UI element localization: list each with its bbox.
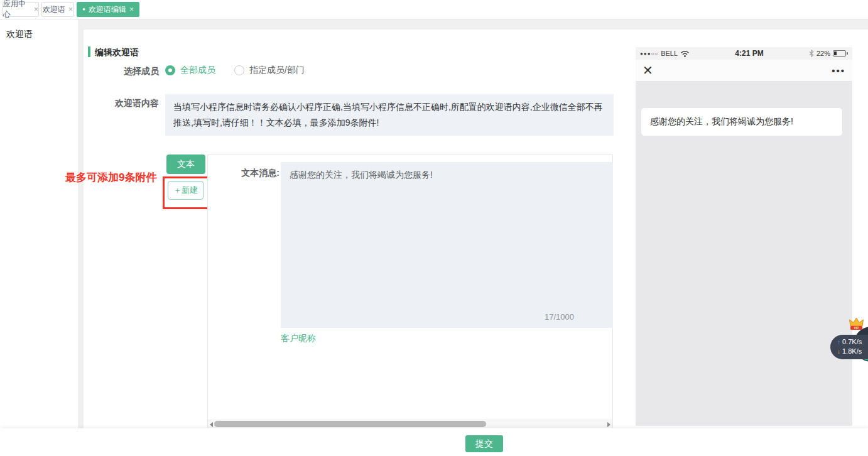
radio-all-members[interactable]: 全部成员: [165, 65, 215, 76]
network-speed-overlay[interactable]: ↑ 0.7K/s ↓ 1.8K/s: [830, 335, 868, 359]
radio-selected-icon: [165, 65, 175, 75]
close-icon[interactable]: ×: [129, 6, 134, 13]
welcome-content-tip: 当填写小程序信息时请务必确认小程序正确,当填写小程序信息不正确时,所配置的欢迎语…: [165, 94, 614, 136]
scroll-left-arrow-icon[interactable]: [210, 422, 213, 427]
battery-fill: [834, 52, 837, 55]
close-icon[interactable]: ×: [34, 6, 38, 13]
tab-welcome-message[interactable]: 欢迎语 ×: [41, 2, 74, 17]
radio-label: 指定成员/部门: [249, 65, 305, 76]
member-radio-group: 全部成员 指定成员/部门: [165, 65, 305, 76]
add-attachment-button[interactable]: ＋新建: [168, 181, 203, 200]
section-title: 编辑欢迎语: [95, 47, 139, 58]
text-message-label: 文本消息:: [207, 168, 279, 179]
carrier-label: BELL: [661, 50, 678, 57]
tab-label: 应用中心: [3, 0, 31, 20]
wifi-icon: [680, 50, 690, 57]
phone-chat-area: 感谢您的关注，我们将竭诚为您服务!: [636, 82, 852, 426]
radio-label: 全部成员: [180, 65, 215, 76]
more-icon[interactable]: •••: [832, 66, 845, 75]
download-arrow-icon: ↓: [837, 347, 840, 356]
upload-speed-row: ↑ 0.7K/s: [837, 337, 868, 347]
status-time: 4:21 PM: [692, 49, 806, 58]
welcome-message-bubble: 感谢您的关注，我们将竭诚为您服务!: [641, 108, 842, 136]
annotation-max-attachments-text: 最多可添加9条附件: [65, 170, 156, 185]
download-speed-row: ↓ 1.8K/s: [837, 347, 868, 356]
battery-icon: [833, 50, 846, 57]
footer-bar: [0, 428, 868, 456]
tab-label: 欢迎语编辑: [89, 4, 126, 15]
attachment-tab-text[interactable]: 文本: [166, 155, 205, 174]
tab-app-center[interactable]: 应用中心 ×: [3, 2, 39, 17]
customer-nickname-link[interactable]: 客户昵称: [281, 333, 316, 344]
char-counter: 17/1000: [545, 312, 574, 322]
section-title-accent-bar: [88, 46, 90, 57]
scrollbar-thumb[interactable]: [214, 421, 486, 427]
sidebar: 欢迎语: [0, 19, 79, 456]
submit-button[interactable]: 提交: [465, 435, 503, 452]
tab-welcome-message-edit[interactable]: ● 欢迎语编辑 ×: [77, 2, 139, 17]
welcome-content-label: 欢迎语内容: [84, 98, 159, 109]
horizontal-scrollbar[interactable]: [208, 420, 612, 428]
sidebar-item-welcome-message[interactable]: 欢迎语: [0, 19, 78, 40]
upload-arrow-icon: ↑: [837, 337, 840, 347]
text-message-value: 感谢您的关注，我们将竭诚为您服务!: [290, 170, 433, 180]
phone-nav-bar: ✕ •••: [636, 60, 852, 82]
scroll-right-arrow-icon[interactable]: [607, 422, 610, 427]
close-icon[interactable]: ×: [68, 6, 73, 13]
signal-strength-icon: ●●●○○: [640, 51, 658, 57]
upload-speed-value: 0.7K/s: [842, 337, 862, 347]
phone-status-bar: ●●●○○ BELL 4:21 PM 22%: [636, 47, 852, 60]
bluetooth-icon: [809, 50, 814, 57]
download-speed-value: 1.8K/s: [842, 347, 862, 356]
active-tab-dot-icon: ●: [82, 7, 85, 12]
text-message-input[interactable]: 感谢您的关注，我们将竭诚为您服务! 17/1000: [281, 162, 613, 328]
vip-crown-icon: VIP: [848, 317, 865, 333]
close-icon[interactable]: ✕: [643, 64, 653, 77]
battery-percent: 22%: [816, 50, 830, 57]
radio-unselected-icon: [234, 65, 244, 75]
vip-label: VIP: [854, 326, 859, 330]
phone-preview: ●●●○○ BELL 4:21 PM 22% ✕ ••• 感谢您的关注，我们将竭…: [636, 47, 852, 426]
tab-bar: 应用中心 × 欢迎语 × ● 欢迎语编辑 ×: [0, 0, 868, 19]
radio-specific-members[interactable]: 指定成员/部门: [234, 65, 305, 76]
tab-label: 欢迎语: [43, 4, 65, 15]
member-select-label: 选择成员: [84, 66, 159, 77]
screen: 应用中心 × 欢迎语 × ● 欢迎语编辑 × 欢迎语 编辑欢迎语 选择成员 全部…: [0, 0, 868, 456]
